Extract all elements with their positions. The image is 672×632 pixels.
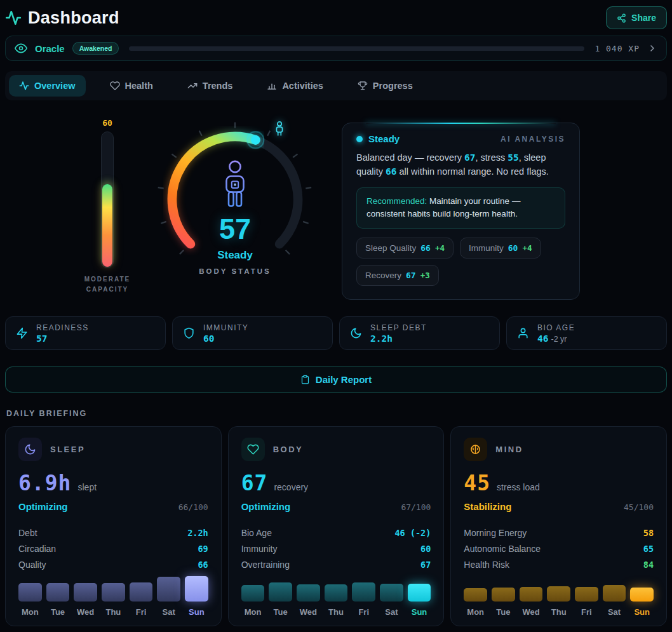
gauge-center: 57 Steady BODY STATUS [156, 119, 314, 286]
daily-briefing: SLEEP 6.9hslept Optimizing66/100 Debt2.2… [5, 426, 667, 626]
ai-summary: Balanced day — recovery 67, stress 55, s… [356, 151, 565, 179]
daily-report-label: Daily Report [316, 374, 372, 385]
score: 45/100 [624, 502, 654, 512]
ai-analysis-card: Steady AI ANALYSIS Balanced day — recove… [342, 123, 580, 300]
page-title: Dashboard [28, 8, 119, 28]
mind-card: MIND 45stress load Stabilizing45/100 Mor… [450, 426, 667, 626]
heart-icon [110, 81, 120, 91]
xp-value: 1 040 XP [595, 44, 640, 53]
stat-immunity: IMMUNITY60 [172, 316, 333, 350]
tab-label: Trends [203, 81, 233, 91]
card-accent-line [366, 123, 555, 124]
recommendation-box: Recommended: Maintain your routine — con… [356, 187, 565, 229]
tab-progress[interactable]: Progress [347, 75, 423, 97]
metric-list: Debt2.2h Circadian69 Quality66 [18, 525, 208, 572]
share-button[interactable]: Share [606, 6, 667, 29]
body-card: BODY 67recovery Optimizing67/100 Bio Age… [228, 426, 445, 626]
oracle-name: Oracle [35, 43, 65, 54]
dashboard-page: Dashboard Share Oracle Awakened 1 040 XP… [0, 0, 672, 632]
metric-list: Morning Energy58 Autonomic Balance65 Hea… [464, 525, 654, 572]
section-title: DAILY BRIEFING [6, 409, 667, 418]
stat-sleep-debt: SLEEP DEBT2.2h [339, 316, 500, 350]
user-icon [517, 327, 529, 339]
card-title: MIND [495, 445, 523, 454]
metric-list: Bio Age46 (-2) Immunity60 Overtraining67 [241, 525, 431, 572]
ai-status: Steady [368, 133, 400, 144]
capacity-gauge: 60 MODERATE CAPACITY [79, 118, 136, 295]
stat-readiness: READINESS57 [5, 316, 166, 350]
chip-immunity: Immunity60+4 [460, 238, 541, 259]
chip-sleep-quality: Sleep Quality66+4 [356, 238, 454, 259]
tab-label: Overview [34, 81, 76, 91]
stress-value: 45 [464, 471, 490, 495]
capacity-gauge-fill [102, 184, 112, 267]
body-status-caption: BODY STATUS [199, 267, 271, 275]
capacity-value: 60 [79, 118, 136, 128]
chip-recovery: Recovery67+3 [356, 265, 439, 286]
moon-icon [18, 438, 42, 461]
bio-age-delta: -2 yr [551, 335, 567, 344]
weekly-bar-chart: MonTueWedThuFriSatSun [18, 572, 208, 617]
recommendation-label: Recommended: [366, 196, 427, 206]
status-label: Stabilizing [464, 501, 511, 512]
tab-label: Progress [373, 81, 413, 91]
zap-icon [16, 327, 28, 339]
body-figure-icon [217, 160, 253, 208]
card-title: SLEEP [50, 445, 85, 454]
shield-icon [183, 327, 195, 339]
capacity-gauge-track [101, 131, 114, 268]
body-status-value: 57 [219, 215, 251, 243]
daily-report-button[interactable]: Daily Report [5, 366, 667, 393]
header: Dashboard Share [5, 5, 667, 30]
oracle-panel[interactable]: Oracle Awakened 1 040 XP [5, 36, 667, 61]
chevron-right-icon[interactable] [647, 43, 657, 53]
weekly-bar-chart: MonTueWedThuFriSatSun [241, 572, 431, 617]
recovery-value: 67 [241, 471, 268, 495]
status-label: Optimizing [241, 501, 291, 512]
body-status-text: Steady [217, 249, 253, 262]
sleep-hours: 6.9h [18, 471, 71, 495]
card-title: BODY [273, 445, 304, 454]
stats-row: READINESS57 IMMUNITY60 SLEEP DEBT2.2h BI… [5, 316, 667, 350]
score: 66/100 [178, 502, 208, 512]
gauges-section: 60 MODERATE CAPACITY [5, 108, 667, 310]
ai-card-title: AI ANALYSIS [501, 135, 565, 144]
share-label: Share [631, 13, 656, 23]
activity-logo-icon [5, 10, 22, 26]
status-dot [356, 136, 363, 142]
brain-icon [464, 438, 487, 461]
oracle-badge: Awakened [72, 42, 119, 55]
bar-chart-icon [267, 81, 277, 91]
tab-label: Activities [282, 81, 323, 91]
tab-activities[interactable]: Activities [257, 75, 333, 97]
heart-icon [241, 438, 265, 461]
capacity-caption: MODERATE CAPACITY [79, 274, 136, 295]
tab-overview[interactable]: Overview [9, 75, 86, 97]
tab-label: Health [125, 81, 153, 91]
weekly-bar-chart: MonTueWedThuFriSatSun [464, 572, 654, 617]
trending-up-icon [187, 81, 198, 91]
share-icon [617, 13, 626, 23]
sleep-card: SLEEP 6.9hslept Optimizing66/100 Debt2.2… [5, 426, 222, 626]
score: 67/100 [401, 502, 431, 512]
eye-icon [15, 42, 27, 55]
tab-trends[interactable]: Trends [177, 75, 243, 97]
xp-progress-bar [129, 46, 584, 51]
clipboard-icon [300, 375, 310, 384]
status-label: Optimizing [18, 501, 68, 512]
tab-bar: Overview Health Trends Activities Progre… [5, 71, 667, 100]
moon-icon [350, 327, 362, 339]
stat-bio-age: BIO AGE46-2 yr [506, 316, 667, 350]
body-status-gauge: 57 Steady BODY STATUS [156, 119, 314, 286]
metric-chips: Sleep Quality66+4 Immunity60+4 Recovery6… [356, 238, 565, 286]
tab-health[interactable]: Health [100, 75, 163, 97]
activity-icon [19, 81, 29, 91]
trophy-icon [358, 81, 368, 91]
